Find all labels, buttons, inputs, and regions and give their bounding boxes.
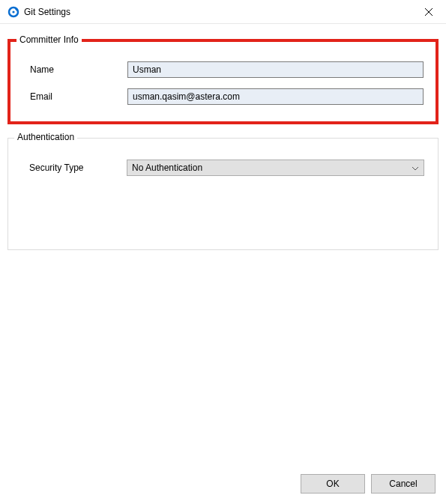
committer-info-group: Committer Info Name Email <box>7 39 439 124</box>
content-area: Committer Info Name Email Authentication… <box>0 24 446 271</box>
button-bar: OK Cancel <box>301 474 436 494</box>
titlebar: Git Settings <box>0 0 446 24</box>
committer-legend: Committer Info <box>16 34 82 45</box>
name-input[interactable] <box>127 61 424 78</box>
title-left: Git Settings <box>7 6 70 18</box>
svg-point-1 <box>12 10 14 13</box>
email-row: Email <box>22 88 424 105</box>
app-icon <box>7 6 19 18</box>
window-title: Git Settings <box>24 7 70 17</box>
security-type-label: Security Type <box>22 163 127 173</box>
security-type-select[interactable]: No Authentication <box>127 160 424 176</box>
email-input[interactable] <box>127 88 424 105</box>
security-type-row: Security Type No Authentication <box>22 160 424 176</box>
close-button[interactable] <box>418 1 440 22</box>
name-row: Name <box>22 61 424 78</box>
email-label: Email <box>22 91 127 102</box>
cancel-button[interactable]: Cancel <box>371 474 436 494</box>
auth-legend: Authentication <box>14 132 77 142</box>
name-label: Name <box>22 64 127 75</box>
ok-button[interactable]: OK <box>301 474 365 494</box>
authentication-group: Authentication Security Type No Authenti… <box>7 138 439 250</box>
security-type-value: No Authentication <box>132 163 202 173</box>
chevron-down-icon <box>412 164 419 172</box>
